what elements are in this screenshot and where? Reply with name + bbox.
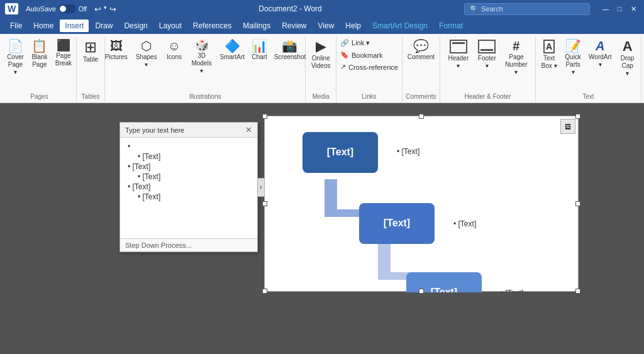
title-bar: W AutoSave Off ↩ ▾ ↪ Document2 - Word 🔍 … xyxy=(0,0,644,18)
menu-references[interactable]: References xyxy=(188,19,236,32)
footer-button[interactable]: Footer ▾ xyxy=(474,38,500,72)
undo-button[interactable]: ↩ xyxy=(94,4,101,14)
header-button[interactable]: Header ▾ xyxy=(444,38,472,72)
menu-review[interactable]: Review xyxy=(277,19,311,32)
menu-design[interactable]: Design xyxy=(119,19,152,32)
autosave-label: AutoSave Off xyxy=(26,4,87,13)
3d-models-button[interactable]: 🎲 3DModels ▾ xyxy=(187,38,216,77)
blank-page-button[interactable]: 📋 BlankPage xyxy=(28,38,51,70)
ribbon-group-text: A TextBox ▾ 📝 QuickParts ▾ A WordArt ▾ A… xyxy=(536,36,641,102)
text-entry-6[interactable]: • [Text] xyxy=(125,192,252,202)
drop-cap-icon: A xyxy=(623,40,633,53)
document-title: Document2 - Word xyxy=(121,4,459,13)
autosave-toggle[interactable] xyxy=(58,4,76,13)
redo-button[interactable]: ↪ xyxy=(109,4,116,14)
quick-parts-icon: 📝 xyxy=(565,40,581,52)
blank-page-icon: 📋 xyxy=(31,40,47,52)
text-entry-3[interactable]: • [Text] xyxy=(125,162,252,172)
text-box-icon: A xyxy=(543,40,555,53)
screenshot-button[interactable]: 📸 Screenshot xyxy=(272,38,308,63)
drop-cap-button[interactable]: A DropCap ▾ xyxy=(616,38,639,79)
header-footer-group-label: Header & Footer xyxy=(465,92,511,101)
menu-view[interactable]: View xyxy=(313,19,340,32)
menu-format[interactable]: Format xyxy=(434,19,468,32)
icons-icon: ☺ xyxy=(168,40,180,52)
smartart-canvas[interactable]: 🖼 [Text] • [Text] [Text] • [Text] [Text]… xyxy=(264,116,579,292)
media-group-label: Media xyxy=(313,92,330,101)
handle-br[interactable] xyxy=(575,289,580,294)
quick-parts-button[interactable]: 📝 QuickParts ▾ xyxy=(562,38,584,78)
text-group-label: Text xyxy=(582,92,594,101)
text-entry-1[interactable]: • xyxy=(125,141,252,152)
ribbon: 📄 CoverPage ▾ 📋 BlankPage ⬛ PageBreak Pa… xyxy=(0,34,644,103)
chart-button[interactable]: 📊 Chart xyxy=(248,38,271,63)
smartart-corner-icon[interactable]: 🖼 xyxy=(560,119,575,134)
maximize-button[interactable]: □ xyxy=(614,5,625,13)
table-button[interactable]: ⊞ Table xyxy=(79,38,102,65)
box-1-text: [Text] xyxy=(327,147,353,157)
menu-layout[interactable]: Layout xyxy=(154,19,187,32)
menu-insert[interactable]: Insert xyxy=(60,19,89,32)
online-videos-button[interactable]: ▶ OnlineVideos xyxy=(308,38,333,72)
undo-redo-group: ↩ ▾ ↪ xyxy=(94,4,116,14)
chart-icon: 📊 xyxy=(252,40,267,52)
text-entry-2[interactable]: • [Text] xyxy=(125,152,252,162)
ribbon-group-links: 🔗 Link ▾ 🔖 Bookmark ↗ Cross-reference Li… xyxy=(336,36,402,102)
minimize-button[interactable]: — xyxy=(600,5,611,13)
cover-page-button[interactable]: 📄 CoverPage ▾ xyxy=(4,38,27,78)
smartart-icon: 🔷 xyxy=(225,40,240,52)
handle-tl[interactable] xyxy=(262,114,267,119)
ribbon-group-pages: 📄 CoverPage ▾ 📋 BlankPage ⬛ PageBreak Pa… xyxy=(3,36,77,102)
menu-mailings[interactable]: Mailings xyxy=(238,19,275,32)
panel-close-button[interactable]: ✕ xyxy=(245,125,252,135)
handle-mr[interactable] xyxy=(575,201,580,206)
handle-tr[interactable] xyxy=(575,114,580,119)
shapes-icon: ⬡ xyxy=(141,40,152,52)
menu-help[interactable]: Help xyxy=(340,19,366,32)
cross-reference-button[interactable]: ↗ Cross-reference xyxy=(337,62,401,72)
word-logo: W xyxy=(5,3,18,14)
page-break-icon: ⬛ xyxy=(57,40,70,51)
link-button[interactable]: 🔗 Link ▾ xyxy=(337,38,373,48)
menu-draw[interactable]: Draw xyxy=(90,19,118,32)
menu-bar: File Home Insert Draw Design Layout Refe… xyxy=(0,18,644,34)
menu-file[interactable]: File xyxy=(5,19,27,32)
window-controls: — □ ✕ xyxy=(600,5,639,13)
box-2-label: • [Text] xyxy=(453,219,476,228)
smartart-button[interactable]: 🔷 SmartArt xyxy=(218,38,247,63)
handle-ml[interactable] xyxy=(262,201,267,206)
handle-bl[interactable] xyxy=(262,289,267,294)
search-box[interactable]: 🔍 Search xyxy=(464,3,590,15)
text-entry-4[interactable]: • [Text] xyxy=(125,172,252,182)
box-3-text: [Text] xyxy=(431,287,457,292)
panel-title: Type your text here xyxy=(125,126,184,134)
icons-button[interactable]: ☺ Icons xyxy=(163,38,186,63)
menu-home[interactable]: Home xyxy=(28,19,58,32)
pictures-button[interactable]: 🖼 Pictures xyxy=(103,38,130,63)
header-icon xyxy=(450,40,467,53)
ribbon-group-header-footer: Header ▾ Footer ▾ # PageNumber ▾ Header … xyxy=(440,36,535,102)
box-3-label: • [Text] xyxy=(501,289,523,292)
arrow-2 xyxy=(378,242,413,280)
page-number-button[interactable]: # PageNumber ▾ xyxy=(501,38,531,78)
handle-bc[interactable] xyxy=(419,289,424,294)
menu-smartart-design[interactable]: SmartArt Design xyxy=(367,19,433,32)
page-break-button[interactable]: ⬛ PageBreak xyxy=(52,38,75,69)
text-box-button[interactable]: A TextBox ▾ xyxy=(538,38,560,72)
search-icon: 🔍 xyxy=(470,5,479,13)
bookmark-button[interactable]: 🔖 Bookmark xyxy=(337,50,386,60)
smartart-text-panel: Type your text here ✕ • • [Text] • [Text… xyxy=(119,122,258,252)
link-icon: 🔗 xyxy=(340,39,349,47)
shapes-button[interactable]: ⬡ Shapes ▾ xyxy=(131,38,162,70)
panel-collapse-button[interactable]: › xyxy=(257,178,265,197)
box-2-text: [Text] xyxy=(384,218,410,228)
wordart-button[interactable]: A WordArt ▾ xyxy=(586,38,615,70)
smartart-svg: [Text] • [Text] [Text] • [Text] [Text] •… xyxy=(265,116,579,292)
undo-dropdown[interactable]: ▾ xyxy=(104,4,107,14)
illustrations-group-label: Illustrations xyxy=(189,92,221,101)
table-icon: ⊞ xyxy=(84,40,97,55)
handle-tc[interactable] xyxy=(419,114,424,119)
close-button[interactable]: ✕ xyxy=(628,5,639,13)
text-entry-5[interactable]: • [Text] xyxy=(125,182,252,192)
comment-button[interactable]: 💬 Comment xyxy=(404,38,438,63)
